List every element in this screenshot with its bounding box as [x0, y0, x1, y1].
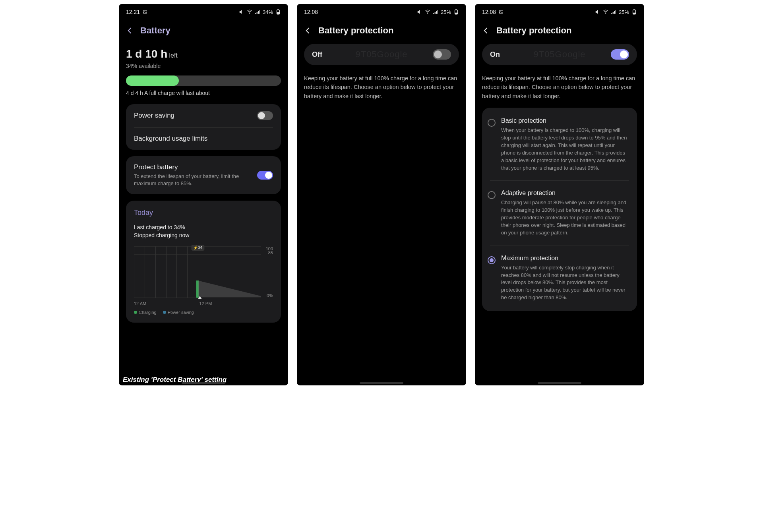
wifi-icon — [425, 9, 430, 15]
page-title: Battery protection — [318, 25, 393, 36]
full-charge-estimate: 4 d 4 h A full charge will last about — [126, 90, 281, 96]
wifi-icon — [247, 9, 252, 15]
back-icon[interactable] — [126, 27, 134, 35]
header: Battery protection — [475, 18, 644, 44]
battery-available: 34% available — [126, 63, 281, 69]
legend-charging: Charging — [139, 310, 157, 315]
svg-rect-16 — [633, 13, 635, 14]
protection-description: Keeping your battery at full 100% charge… — [304, 74, 459, 101]
chart-projection — [198, 246, 261, 298]
status-time: 12:21 — [126, 9, 140, 15]
option-maximum[interactable]: Maximum protection Your battery will com… — [482, 248, 637, 309]
home-indicator[interactable] — [538, 382, 581, 384]
status-battery-pct: 34% — [263, 9, 273, 15]
back-icon[interactable] — [482, 27, 490, 35]
bg-usage-limits-label: Background usage limits — [134, 135, 207, 143]
battery-icon — [631, 9, 637, 15]
home-indicator[interactable] — [360, 382, 403, 384]
wifi-icon — [603, 9, 608, 15]
option-maximum-title: Maximum protection — [501, 255, 629, 262]
image-icon — [498, 10, 504, 14]
today-last-charged: Last charged to 34% — [134, 224, 273, 230]
svg-line-1 — [242, 11, 244, 13]
status-battery-pct: 25% — [441, 9, 451, 15]
power-card: Power saving Background usage limits — [126, 104, 281, 150]
master-toggle-state: Off — [312, 50, 322, 59]
time-remaining-value: 1 d 10 h — [126, 48, 167, 60]
signal-icon — [255, 9, 260, 15]
battery-icon — [275, 9, 281, 15]
protection-options: Basic protection When your battery is ch… — [482, 108, 637, 311]
battery-bar — [126, 75, 281, 86]
status-battery-pct: 25% — [619, 9, 629, 15]
header: Battery protection — [297, 18, 466, 44]
svg-marker-6 — [198, 281, 261, 297]
svg-point-8 — [427, 13, 428, 14]
master-toggle[interactable] — [433, 49, 451, 60]
power-saving-row[interactable]: Power saving — [126, 104, 281, 127]
divider — [490, 180, 629, 181]
chart-x-12pm: 12 PM — [199, 301, 212, 306]
radio-maximum[interactable] — [488, 256, 496, 264]
radio-adaptive[interactable] — [488, 191, 496, 199]
protect-battery-row[interactable]: Protect battery To extend the lifespan o… — [126, 156, 281, 194]
chart-y-85: 85 — [263, 250, 273, 255]
status-time: 12:08 — [304, 9, 318, 15]
radio-basic[interactable] — [488, 119, 496, 127]
mute-icon — [595, 9, 600, 15]
chart-now-triangle — [198, 296, 202, 299]
status-bar: 12:08 25% — [297, 4, 466, 18]
battery-icon — [453, 9, 459, 15]
master-toggle-card[interactable]: Off 9T05Google — [304, 44, 459, 65]
today-title: Today — [134, 209, 273, 217]
signal-icon — [611, 9, 616, 15]
protect-battery-toggle[interactable] — [257, 171, 273, 180]
signal-icon — [433, 9, 438, 15]
power-saving-toggle[interactable] — [257, 111, 273, 120]
svg-rect-4 — [277, 10, 279, 10]
master-toggle-card[interactable]: On 9T05Google — [482, 44, 637, 65]
master-toggle[interactable] — [611, 49, 629, 60]
master-toggle-state: On — [490, 50, 500, 59]
chart-x-12am: 12 AM — [134, 301, 146, 306]
option-maximum-desc: Your battery will completely stop chargi… — [501, 264, 629, 302]
screen-protection-off: 12:08 25% Battery protection Off 9T05Goo… — [297, 4, 466, 385]
home-indicator[interactable] — [182, 382, 225, 384]
mute-icon — [417, 9, 422, 15]
today-card[interactable]: Today Last charged to 34% Stopped chargi… — [126, 201, 281, 323]
bg-usage-limits-row[interactable]: Background usage limits — [126, 128, 281, 150]
protect-battery-card: Protect battery To extend the lifespan o… — [126, 156, 281, 194]
status-bar: 12:21 34% — [119, 4, 288, 18]
svg-point-2 — [249, 13, 250, 14]
option-basic[interactable]: Basic protection When your battery is ch… — [482, 110, 637, 179]
header: Battery — [119, 18, 288, 44]
back-icon[interactable] — [304, 27, 312, 35]
time-remaining-suffix: left — [169, 52, 177, 59]
protect-battery-desc: To extend the lifespan of your battery, … — [134, 173, 253, 187]
protect-battery-label: Protect battery — [134, 163, 253, 171]
protection-description: Keeping your battery at full 100% charge… — [482, 74, 637, 101]
svg-rect-5 — [277, 12, 279, 14]
time-remaining: 1 d 10 h left 34% available — [126, 48, 281, 69]
screen-protection-on: 12:08 25% Battery protection On 9T05Goog… — [475, 4, 644, 385]
battery-chart: 100 85 0% ⚡34 — [134, 246, 273, 306]
svg-rect-10 — [455, 10, 457, 10]
option-adaptive[interactable]: Adaptive protection Charging will pause … — [482, 182, 637, 244]
page-title: Battery protection — [496, 25, 571, 36]
divider — [490, 246, 629, 246]
option-basic-title: Basic protection — [501, 117, 629, 124]
image-icon — [142, 10, 148, 14]
svg-point-13 — [605, 13, 606, 14]
mute-icon — [239, 9, 244, 15]
status-time: 12:08 — [482, 9, 496, 15]
status-bar: 12:08 25% — [475, 4, 644, 18]
screen-battery: 12:21 34% Battery 1 d 10 h left 34% avai… — [119, 4, 288, 385]
today-stopped: Stopped charging now — [134, 232, 273, 238]
option-basic-desc: When your battery is charged to 100%, ch… — [501, 127, 629, 172]
svg-rect-15 — [633, 10, 635, 10]
chart-y-0: 0% — [263, 293, 273, 298]
option-adaptive-title: Adaptive protection — [501, 190, 629, 197]
chart-legend: Charging Power saving — [134, 310, 273, 315]
chart-area: ⚡34 — [134, 246, 261, 298]
power-saving-label: Power saving — [134, 112, 174, 120]
